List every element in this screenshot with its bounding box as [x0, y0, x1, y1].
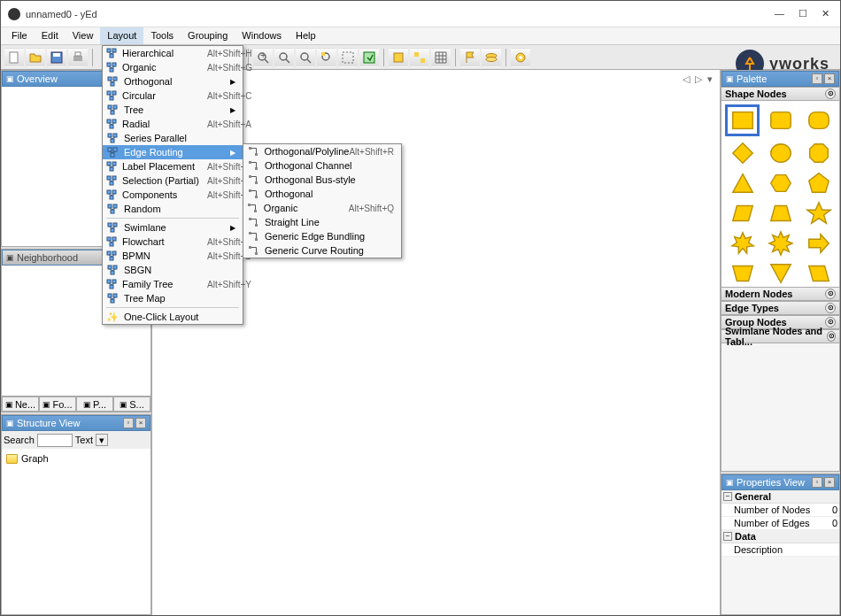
close-button[interactable]: ✕: [822, 8, 829, 19]
search-dropdown[interactable]: ▾: [96, 434, 108, 446]
collapse-icon[interactable]: −: [723, 532, 732, 541]
panel-close-button[interactable]: ×: [135, 418, 146, 428]
shape-star6[interactable]: [725, 230, 760, 257]
menu-item-random[interactable]: Random: [103, 202, 243, 216]
menu-item-radial[interactable]: RadialAlt+Shift+A: [103, 117, 243, 131]
canvas-prev[interactable]: ◁: [683, 73, 690, 85]
menu-item-components[interactable]: ComponentsAlt+Shift+M: [103, 188, 243, 202]
prop-group-general[interactable]: −General: [721, 490, 839, 504]
submenu-item-orthogonal-channel[interactable]: Orthogonal Channel: [243, 158, 401, 173]
menu-item-label-placement[interactable]: Label PlacementAlt+Shift+L: [103, 159, 243, 173]
menu-view[interactable]: View: [66, 27, 101, 44]
shape-triangle2[interactable]: [763, 260, 798, 287]
layout-icon: [106, 61, 117, 73]
svg-rect-43: [110, 54, 113, 58]
tool-layers[interactable]: [482, 48, 501, 67]
shape-trapezoid2[interactable]: [725, 260, 760, 287]
search-input[interactable]: [37, 434, 73, 447]
menu-item-edge-routing[interactable]: Edge Routing▶: [103, 145, 243, 159]
zoom-in-button[interactable]: +: [253, 48, 273, 67]
menu-item-tree-map[interactable]: Tree Map: [103, 291, 243, 305]
menu-file[interactable]: File: [4, 27, 35, 44]
tree-root[interactable]: Graph: [5, 452, 147, 465]
maximize-button[interactable]: ☐: [799, 8, 807, 19]
menu-item-circular[interactable]: CircularAlt+Shift+C: [103, 89, 243, 103]
shape-trapezoid[interactable]: [763, 200, 798, 227]
menu-item-sbgn[interactable]: SBGN: [103, 263, 243, 277]
canvas-menu[interactable]: ▾: [707, 73, 713, 85]
open-button[interactable]: [26, 48, 45, 67]
shape-roundrect2[interactable]: [801, 104, 836, 136]
panel-dock-button[interactable]: ▫: [812, 73, 822, 84]
prop-group-data[interactable]: −Data: [721, 530, 839, 543]
shape-fatarrow[interactable]: [801, 230, 836, 257]
menu-item-family-tree[interactable]: Family TreeAlt+Shift+Y: [103, 277, 243, 291]
shape-pentagon[interactable]: [801, 170, 836, 196]
zoom-out-button[interactable]: [274, 48, 294, 67]
menu-item-one-click-layout[interactable]: ✨One-Click Layout: [103, 310, 243, 324]
submenu-item-orthogonal-polyline[interactable]: Orthogonal/PolylineAlt+Shift+R: [243, 144, 401, 158]
save-button[interactable]: [47, 48, 66, 67]
tab-p[interactable]: ▣ P...: [76, 397, 113, 412]
fit-button[interactable]: [317, 48, 336, 67]
menu-item-organic[interactable]: OrganicAlt+Shift+G: [103, 60, 243, 74]
shape-octagon[interactable]: [801, 140, 836, 166]
panel-close-button[interactable]: ×: [824, 477, 835, 488]
menu-item-series-parallel[interactable]: Series Parallel: [103, 131, 243, 145]
menu-item-tree[interactable]: Tree▶: [103, 103, 243, 117]
menu-windows[interactable]: Windows: [235, 27, 289, 44]
tab-fo[interactable]: ▣ Fo...: [39, 397, 76, 412]
tab-ne[interactable]: ▣ Ne...: [2, 397, 39, 412]
shape-parallelogram[interactable]: [725, 200, 760, 227]
minimize-button[interactable]: —: [775, 8, 784, 19]
menu-item-selection-partial-[interactable]: Selection (Partial)Alt+Shift+P: [103, 173, 243, 188]
tool-nodes[interactable]: [410, 48, 429, 67]
shape-star5[interactable]: [801, 200, 836, 227]
shape-diamond[interactable]: [725, 140, 760, 166]
new-button[interactable]: [4, 48, 24, 67]
menu-layout[interactable]: Layout: [100, 27, 143, 44]
menu-item-flowchart[interactable]: FlowchartAlt+Shift+F: [103, 235, 243, 249]
panel-dock-button[interactable]: ▫: [812, 477, 822, 488]
submenu-item-generic-edge-bundling[interactable]: Generic Edge Bundling: [243, 229, 401, 243]
shape-rect[interactable]: [725, 104, 760, 136]
menu-edit[interactable]: Edit: [35, 27, 66, 44]
palette-section-edges[interactable]: Edge Types⊙: [721, 301, 839, 315]
local-zoom-button[interactable]: [359, 48, 379, 67]
submenu-item-generic-curve-routing[interactable]: Generic Curve Routing: [243, 243, 401, 258]
collapse-icon[interactable]: −: [723, 492, 732, 501]
zoom-reset-button[interactable]: [296, 48, 315, 67]
menu-grouping[interactable]: Grouping: [181, 27, 235, 44]
menu-item-hierarchical[interactable]: HierarchicalAlt+Shift+H: [103, 46, 243, 60]
submenu-item-orthogonal-bus-style[interactable]: Orthogonal Bus-style: [243, 173, 401, 187]
palette-section-shape-nodes[interactable]: Shape Nodes⊙: [721, 87, 839, 101]
shape-triangle[interactable]: [725, 170, 760, 196]
shape-star8[interactable]: [763, 230, 798, 257]
submenu-item-organic[interactable]: OrganicAlt+Shift+Q: [243, 201, 401, 215]
canvas-next[interactable]: ▷: [695, 73, 702, 85]
tab-s[interactable]: ▣ S...: [113, 397, 150, 412]
tool-grid[interactable]: [431, 48, 451, 67]
submenu-item-straight-line[interactable]: Straight Line: [243, 215, 401, 229]
menu-help[interactable]: Help: [289, 27, 323, 44]
shape-ellipse[interactable]: [763, 140, 798, 166]
shape-hexagon[interactable]: [763, 170, 798, 196]
tool-gear[interactable]: [511, 48, 530, 67]
print-button[interactable]: [68, 48, 88, 67]
menu-item-swimlane[interactable]: Swimlane▶: [103, 220, 243, 235]
menu-tools[interactable]: Tools: [143, 27, 181, 44]
palette-section-swimlane[interactable]: Swimlane Nodes and Tabl...⊙: [721, 329, 839, 343]
overview-title: Overview: [17, 73, 58, 84]
tool-select[interactable]: [389, 48, 408, 67]
tool-flag[interactable]: [460, 48, 480, 67]
submenu-item-orthogonal[interactable]: Orthogonal: [243, 187, 401, 201]
panel-dock-button[interactable]: ▫: [123, 418, 134, 428]
palette-section-modern[interactable]: Modern Nodes⊙: [721, 287, 839, 301]
shape-parallelogram2[interactable]: [801, 260, 836, 287]
panel-close-button[interactable]: ×: [824, 73, 835, 84]
zoom-selection-button[interactable]: [338, 48, 358, 67]
shape-roundrect[interactable]: [763, 104, 798, 136]
prop-row: Description: [721, 543, 839, 557]
menu-item-bpmn[interactable]: BPMNAlt+Shift+B: [103, 249, 243, 263]
menu-item-orthogonal[interactable]: Orthogonal▶: [103, 74, 243, 89]
